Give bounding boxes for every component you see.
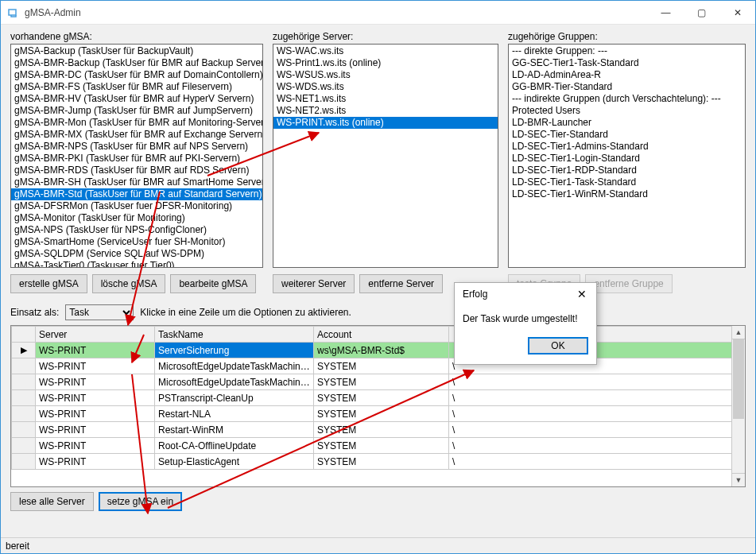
cell[interactable]: ServerSicherung bbox=[155, 343, 314, 358]
loesche-gmsa-button[interactable]: lösche gMSA bbox=[92, 274, 166, 293]
cell[interactable]: PSTranscript-CleanUp bbox=[155, 390, 314, 406]
list-item[interactable]: gMSA-BMR-PKI (TaskUser für BMR auf PKI-S… bbox=[11, 153, 262, 165]
server-listbox[interactable]: WS-WAC.ws.itsWS-Print1.ws.its (online)WS… bbox=[273, 44, 498, 268]
list-item[interactable]: gMSA-NPS (TaskUser für NPS-ConfigCloner) bbox=[11, 224, 262, 236]
list-item[interactable]: LD-SEC-Tier1-Task-Standard bbox=[509, 176, 745, 188]
cell[interactable]: MicrosoftEdgeUpdateTaskMachineCo... bbox=[155, 358, 314, 374]
setze-gmsa-ein-button[interactable]: setze gMSA ein bbox=[99, 492, 182, 511]
list-item[interactable]: GG-BMR-Tier-Standard bbox=[509, 81, 745, 93]
table-row[interactable]: WS-PRINTPSTranscript-CleanUpSYSTEM\ bbox=[12, 390, 745, 406]
table-row[interactable]: WS-PRINTRestart-NLASYSTEM\ bbox=[12, 406, 745, 422]
cell[interactable]: SYSTEM bbox=[314, 438, 449, 454]
cell[interactable]: SYSTEM bbox=[314, 406, 449, 422]
scroll-down-icon[interactable]: ▼ bbox=[732, 473, 745, 486]
list-item[interactable]: gMSA-Monitor (TaskUser für Monitoring) bbox=[11, 212, 262, 224]
minimize-button[interactable]: — bbox=[648, 1, 684, 24]
table-row[interactable]: WS-PRINTRoot-CA-OfflineUpdateSYSTEM\ bbox=[12, 438, 745, 454]
col-taskname[interactable]: TaskName bbox=[155, 327, 314, 343]
list-item[interactable]: WS-WSUS.ws.its bbox=[273, 69, 498, 81]
table-row[interactable]: WS-PRINTRestart-WinRMSYSTEM\ bbox=[12, 422, 745, 438]
cell[interactable]: SYSTEM bbox=[314, 374, 449, 390]
list-item[interactable]: gMSA-Backup (TaskUser für BackupVault) bbox=[11, 45, 262, 57]
weiterer-server-button[interactable]: weiterer Server bbox=[273, 274, 355, 293]
list-item[interactable]: WS-WDS.ws.its bbox=[273, 81, 498, 93]
list-item[interactable]: --- direkte Gruppen: --- bbox=[509, 45, 745, 57]
list-item[interactable]: WS-NET1.ws.its bbox=[273, 93, 498, 105]
cell[interactable]: WS-PRINT bbox=[36, 390, 155, 406]
list-item[interactable]: gMSA-SQLDPM (Service SQL auf WS-DPM) bbox=[11, 248, 262, 260]
cell[interactable]: Restart-NLA bbox=[155, 406, 314, 422]
group-listbox[interactable]: --- direkte Gruppen: --- GG-SEC-Tier1-Ta… bbox=[508, 44, 746, 268]
cell[interactable]: \ bbox=[449, 406, 745, 422]
close-button[interactable]: ✕ bbox=[719, 1, 755, 24]
list-item[interactable]: gMSA-DFSRMon (TaskUser fuer DFSR-Monitor… bbox=[11, 200, 262, 212]
list-item[interactable]: gMSA-BMR-Backup (TaskUser für BMR auf Ba… bbox=[11, 57, 262, 69]
einsatz-select[interactable]: Task bbox=[65, 304, 134, 320]
list-item[interactable]: WS-WAC.ws.its bbox=[273, 45, 498, 57]
col-account[interactable]: Account bbox=[314, 327, 449, 343]
list-item[interactable]: gMSA-BMR-NPS (TaskUser für BMR auf NPS S… bbox=[11, 141, 262, 153]
cell[interactable]: \ bbox=[449, 374, 745, 390]
cell[interactable]: SYSTEM bbox=[314, 390, 449, 406]
list-item[interactable]: LD-AD-AdminArea-R bbox=[509, 69, 745, 81]
table-row[interactable]: ▶WS-PRINTServerSicherungws\gMSA-BMR-Std$ bbox=[12, 343, 745, 358]
list-item[interactable]: WS-PRINT.ws.its (online) bbox=[273, 117, 498, 129]
list-item[interactable]: LD-SEC-Tier-Standard bbox=[509, 129, 745, 141]
list-item[interactable]: LD-BMR-Launcher bbox=[509, 117, 745, 129]
erstelle-gmsa-button[interactable]: erstelle gMSA bbox=[10, 274, 87, 293]
cell[interactable]: WS-PRINT bbox=[36, 454, 155, 470]
dialog-ok-button[interactable]: OK bbox=[528, 337, 588, 354]
list-item[interactable]: LD-SEC-Tier1-Login-Standard bbox=[509, 153, 745, 165]
list-item[interactable]: gMSA-BMR-RDS (TaskUser für BMR auf RDS S… bbox=[11, 165, 262, 176]
bearbeite-gmsa-button[interactable]: bearbeite gMSA bbox=[170, 274, 256, 293]
list-item[interactable]: gMSA-BMR-Jump (TaskUser für BMR auf Jump… bbox=[11, 105, 262, 117]
cell[interactable]: Restart-WinRM bbox=[155, 422, 314, 438]
cell[interactable]: Setup-ElasticAgent bbox=[155, 454, 314, 470]
list-item[interactable]: gMSA-BMR-DC (TaskUser für BMR auf Domain… bbox=[11, 69, 262, 81]
cell[interactable]: WS-PRINT bbox=[36, 438, 155, 454]
cell[interactable]: ws\gMSA-BMR-Std$ bbox=[314, 343, 449, 358]
cell[interactable]: \ bbox=[449, 454, 745, 470]
cell[interactable]: WS-PRINT bbox=[36, 406, 155, 422]
table-row[interactable]: WS-PRINTMicrosoftEdgeUpdateTaskMachineUA… bbox=[12, 374, 745, 390]
col-server[interactable]: Server bbox=[36, 327, 155, 343]
list-item[interactable]: gMSA-BMR-MX (TaskUser für BMR auf Exchan… bbox=[11, 129, 262, 141]
cell[interactable]: WS-PRINT bbox=[36, 358, 155, 374]
entferne-gruppe-button[interactable]: entferne Gruppe bbox=[585, 274, 672, 293]
list-item[interactable]: gMSA-BMR-HV (TaskUser für BMR auf HyperV… bbox=[11, 93, 262, 105]
cell[interactable]: \ bbox=[449, 390, 745, 406]
task-grid[interactable]: Server TaskName Account ▶WS-PRINTServerS… bbox=[10, 325, 746, 487]
cell[interactable]: WS-PRINT bbox=[36, 422, 155, 438]
cell[interactable]: MicrosoftEdgeUpdateTaskMachineUA... bbox=[155, 374, 314, 390]
list-item[interactable]: WS-Print1.ws.its (online) bbox=[273, 57, 498, 69]
list-item[interactable]: WS-NET2.ws.its bbox=[273, 105, 498, 117]
cell[interactable]: WS-PRINT bbox=[36, 343, 155, 358]
list-item[interactable]: gMSA-BMR-SH (TaskUser für BMR auf SmartH… bbox=[11, 176, 262, 188]
cell[interactable]: Root-CA-OfflineUpdate bbox=[155, 438, 314, 454]
grid-vscrollbar[interactable]: ▲ ▼ bbox=[731, 326, 745, 486]
cell[interactable]: \ bbox=[449, 438, 745, 454]
scroll-up-icon[interactable]: ▲ bbox=[732, 326, 745, 339]
list-item[interactable]: gMSA-BMR-Mon (TaskUser für BMR auf Monit… bbox=[11, 117, 262, 129]
maximize-button[interactable]: ▢ bbox=[684, 1, 719, 24]
cell[interactable]: SYSTEM bbox=[314, 358, 449, 374]
cell[interactable]: SYSTEM bbox=[314, 422, 449, 438]
list-item[interactable]: Protected Users bbox=[509, 105, 745, 117]
list-item[interactable]: LD-SEC-Tier1-WinRM-Standard bbox=[509, 188, 745, 200]
list-item[interactable]: gMSA-BMR-FS (TaskUser für BMR auf Filese… bbox=[11, 81, 262, 93]
dialog-close-icon[interactable]: ✕ bbox=[574, 288, 590, 300]
gmsa-listbox[interactable]: gMSA-Backup (TaskUser für BackupVault)gM… bbox=[10, 44, 263, 268]
cell[interactable]: \ bbox=[449, 422, 745, 438]
list-item[interactable]: GG-SEC-Tier1-Task-Standard bbox=[509, 57, 745, 69]
entferne-server-button[interactable]: entferne Server bbox=[359, 274, 443, 293]
table-row[interactable]: WS-PRINTMicrosoftEdgeUpdateTaskMachineCo… bbox=[12, 358, 745, 374]
list-item[interactable]: gMSA-SmartHome (ServiceUser fuer SH-Moni… bbox=[11, 236, 262, 248]
table-row[interactable]: WS-PRINTSetup-ElasticAgentSYSTEM\ bbox=[12, 454, 745, 470]
list-item[interactable]: gMSA-BMR-Std (TaskUser für BMR auf Stand… bbox=[11, 188, 262, 200]
list-item[interactable]: LD-SEC-Tier1-Admins-Standard bbox=[509, 141, 745, 153]
list-item[interactable]: gMSA-TaskTier0 (Taskuser fuer Tier0) bbox=[11, 260, 262, 268]
cell[interactable]: WS-PRINT bbox=[36, 374, 155, 390]
lese-alle-server-button[interactable]: lese alle Server bbox=[10, 492, 94, 511]
cell[interactable]: SYSTEM bbox=[314, 454, 449, 470]
list-item[interactable]: --- indirekte Gruppen (durch Verschachte… bbox=[509, 93, 745, 105]
